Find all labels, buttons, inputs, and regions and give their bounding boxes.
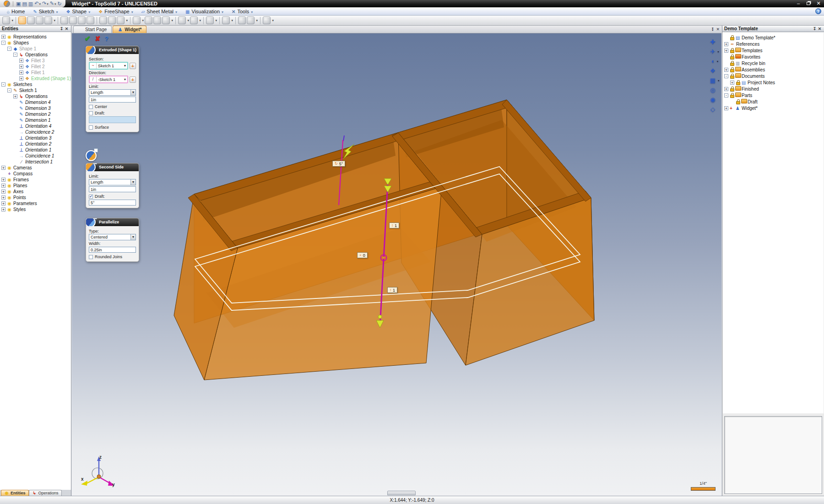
close-icon[interactable]: ✕ <box>716 27 720 32</box>
expand-toggle-icon[interactable] <box>13 106 17 110</box>
expand-toggle-icon[interactable]: + <box>19 76 23 81</box>
tool-icon[interactable] <box>27 16 35 24</box>
expand-toggle-icon[interactable]: + <box>1 166 5 170</box>
expand-toggle-icon[interactable] <box>13 130 17 134</box>
tool-icon[interactable] <box>203 17 204 24</box>
quick-access-icon[interactable]: ▤ <box>22 0 27 7</box>
menu-tab[interactable]: Sketch <box>29 7 62 16</box>
expand-toggle-icon[interactable]: + <box>19 70 23 75</box>
document-tab[interactable]: Widget* <box>113 26 146 33</box>
dialog-help-icon[interactable]: ? <box>105 35 108 42</box>
tree-item[interactable]: Coincidence 1 <box>0 153 71 159</box>
view-tool-icon[interactable]: ◎ <box>710 87 715 93</box>
expand-toggle-icon[interactable] <box>13 160 17 164</box>
tree-item[interactable]: - Sketch 1 <box>0 87 71 93</box>
tree-item[interactable]: + Project Notes <box>723 79 824 86</box>
tree-item[interactable]: - Parts <box>723 92 824 98</box>
expand-toggle-icon[interactable] <box>13 154 17 158</box>
length-input[interactable]: 1in <box>89 97 136 103</box>
menu-tab[interactable]: Visualization <box>181 7 228 16</box>
view-tool-icon[interactable]: ✈ <box>710 49 716 55</box>
menu-tab[interactable]: Home <box>3 7 29 16</box>
tool-icon[interactable] <box>238 16 246 24</box>
tree-item[interactable]: Orientation 2 <box>0 141 71 147</box>
tree-item[interactable]: Intersection 1 <box>0 159 71 165</box>
tree-item[interactable]: Coincidence 2 <box>0 129 71 135</box>
expand-toggle-icon[interactable] <box>13 100 17 104</box>
horizontal-scrollbar-thumb[interactable] <box>387 491 416 495</box>
tree-item[interactable]: Dimension 2 <box>0 111 71 117</box>
tool-icon[interactable] <box>2 16 10 24</box>
expand-toggle-icon[interactable]: + <box>13 94 17 98</box>
quick-access-icon[interactable]: ▥ <box>28 0 33 7</box>
tree-item[interactable]: + Cameras <box>0 165 71 171</box>
expand-toggle-icon[interactable] <box>13 142 17 146</box>
expand-toggle-icon[interactable]: + <box>1 207 5 211</box>
quick-access-icon[interactable]: ✎ <box>50 0 56 7</box>
menu-tab[interactable]: Sheet Metal <box>137 7 181 16</box>
tree-item[interactable]: Recycle bin <box>723 60 824 66</box>
tree-item[interactable]: + Styles <box>0 206 71 212</box>
expand-toggle-icon[interactable]: + <box>1 178 5 182</box>
surface-checkbox[interactable] <box>89 125 93 130</box>
tool-icon[interactable] <box>133 16 141 24</box>
tool-icon[interactable] <box>78 16 86 24</box>
second-limit-select[interactable]: Length ▼ <box>89 179 136 185</box>
menu-tab[interactable]: FreeShape <box>94 7 137 16</box>
tree-item[interactable]: - Sketches <box>0 81 71 87</box>
expand-toggle-icon[interactable] <box>13 124 17 128</box>
tree-item[interactable]: + References <box>723 41 824 47</box>
rounded-joins-checkbox[interactable] <box>89 255 93 259</box>
tree-item[interactable]: - Shape 1 <box>0 46 71 52</box>
tree-item[interactable]: Dimension 3 <box>0 105 71 111</box>
tree-item[interactable]: Orientation 4 <box>0 123 71 129</box>
tree-item[interactable]: Draft <box>723 98 824 105</box>
tree-item[interactable]: Favorites <box>723 54 824 60</box>
expand-toggle-icon[interactable]: - <box>724 93 728 98</box>
expand-toggle-icon[interactable] <box>724 55 728 59</box>
tree-item[interactable]: + Axes <box>0 189 71 195</box>
expand-toggle-icon[interactable] <box>724 36 728 40</box>
tree-item[interactable]: - Shapes <box>0 40 71 46</box>
reverse-side-icon[interactable] <box>86 150 97 161</box>
tool-icon[interactable] <box>178 16 186 24</box>
expand-toggle-icon[interactable]: - <box>1 41 5 45</box>
tool-icon[interactable] <box>260 17 260 24</box>
tree-item[interactable]: + Operations <box>0 93 71 99</box>
tool-icon[interactable] <box>87 16 94 24</box>
parallelize-enable-checkbox[interactable] <box>93 218 97 219</box>
direction-combo[interactable]: / -Sketch 1 ▼ <box>89 76 128 83</box>
tool-icon[interactable] <box>44 16 52 24</box>
view-tool-icon[interactable]: ❖ <box>710 68 716 74</box>
expand-toggle-icon[interactable] <box>13 118 17 122</box>
expand-toggle-icon[interactable]: + <box>1 190 5 194</box>
3d-viewport[interactable]: ✔ ✘ ? Extruded (Shape 1) Section: ~ Sket… <box>72 33 721 496</box>
tool-icon[interactable] <box>97 17 97 24</box>
expand-toggle-icon[interactable]: - <box>1 82 5 87</box>
tree-item[interactable]: Orientation 3 <box>0 135 71 141</box>
close-button[interactable]: ✕ <box>815 0 822 6</box>
tree-item[interactable]: + Assemblies <box>723 66 824 73</box>
add-direction-button[interactable]: + <box>130 76 136 83</box>
expand-toggle-icon[interactable]: + <box>730 81 734 85</box>
tool-icon[interactable] <box>60 16 68 24</box>
tree-item[interactable]: + Points <box>0 195 71 201</box>
tree-item[interactable]: + Frames <box>0 177 71 183</box>
restore-button[interactable] <box>805 0 812 6</box>
tool-icon[interactable] <box>58 17 58 24</box>
tool-icon[interactable] <box>206 16 214 24</box>
close-icon[interactable]: ✕ <box>817 27 822 31</box>
limit-select[interactable]: Length ▼ <box>89 89 136 96</box>
pin-icon[interactable]: ↧ <box>812 27 817 31</box>
tree-item[interactable]: + Finished <box>723 86 824 92</box>
ok-check-icon[interactable]: ✔ <box>85 34 91 43</box>
tool-icon[interactable] <box>153 16 161 24</box>
second-draft-checkbox[interactable] <box>89 195 93 199</box>
view-tool-icon[interactable]: ◉ <box>710 97 715 103</box>
expand-toggle-icon[interactable]: + <box>1 201 5 206</box>
menu-tab[interactable]: Shape <box>62 7 94 16</box>
second-draft-angle-input[interactable]: 5° <box>89 200 136 206</box>
expand-toggle-icon[interactable]: + <box>19 59 23 63</box>
tree-item[interactable]: Compass <box>0 171 71 177</box>
cancel-x-icon[interactable]: ✘ <box>95 35 101 42</box>
